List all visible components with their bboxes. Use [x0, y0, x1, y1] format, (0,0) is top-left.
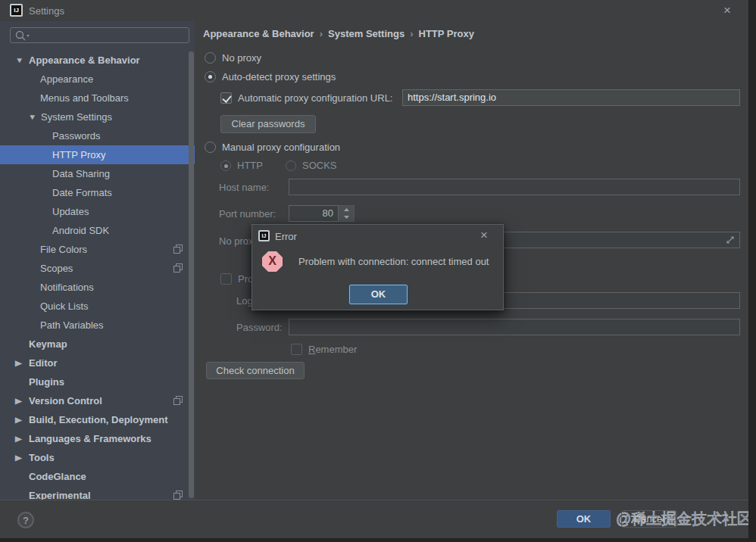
remember-label: Remember — [308, 344, 357, 355]
sidebar-item-notifications[interactable]: Notifications — [0, 278, 195, 297]
port-number-label: Port number: — [219, 208, 276, 220]
breadcrumb-http-proxy: HTTP Proxy — [419, 28, 474, 39]
password-label: Password: — [236, 322, 283, 333]
sidebar-item-tools[interactable]: ▶Tools — [0, 448, 195, 467]
manual-proxy-radio[interactable] — [205, 142, 216, 153]
no-proxy-label: No proxy — [222, 52, 261, 64]
error-message: Problem with connection: connect timed o… — [298, 256, 489, 267]
sidebar-item-editor[interactable]: ▶Editor — [0, 354, 195, 372]
sidebar-item-path-variables[interactable]: Path Variables — [0, 316, 195, 335]
sidebar-item-file-colors[interactable]: File Colors — [0, 240, 195, 259]
copy-icon — [173, 396, 183, 405]
title-bar: IJ Settings × — [0, 0, 748, 21]
sidebar-item-codeglance[interactable]: CodeGlance — [0, 467, 195, 486]
no-proxy-radio[interactable] — [205, 52, 216, 64]
socks-label: SOCKS — [302, 160, 337, 171]
sidebar-item-version-control[interactable]: ▶Version Control — [0, 391, 195, 410]
manual-proxy-option[interactable]: Manual proxy configuration — [205, 141, 340, 153]
error-ok-button[interactable]: OK — [349, 285, 408, 304]
no-proxy-option[interactable]: No proxy — [205, 51, 261, 64]
error-icon: X — [262, 251, 283, 272]
stepper-down-icon[interactable] — [343, 214, 350, 220]
check-connection-button[interactable]: Check connection — [206, 362, 305, 379]
error-dialog: IJ Error × X Problem with connection: co… — [251, 224, 504, 310]
host-name-label: Host name: — [219, 182, 269, 193]
auto-url-option[interactable]: Automatic proxy configuration URL: — [220, 92, 392, 104]
breadcrumb-appearance-behavior[interactable]: Appearance & Behavior — [203, 28, 314, 39]
window-title: Settings — [29, 5, 64, 17]
sidebar-item-appearance[interactable]: Appearance — [0, 70, 195, 89]
copy-icon — [173, 245, 183, 254]
auto-url-field[interactable]: https://start.spring.io — [402, 89, 740, 106]
breadcrumb-separator: › — [405, 28, 418, 39]
search-icon — [15, 30, 32, 42]
copy-icon — [173, 491, 183, 500]
sidebar-item-build-execution-deployment[interactable]: ▶Build, Execution, Deployment — [0, 410, 195, 429]
breadcrumb-separator: › — [314, 28, 328, 39]
settings-window: IJ Settings × ▼Appearance & Behavior App… — [0, 0, 748, 538]
sidebar-item-menus-toolbars[interactable]: Menus and Toolbars — [0, 89, 195, 107]
sidebar-item-plugins[interactable]: Plugins — [0, 372, 195, 391]
help-button[interactable]: ? — [17, 512, 34, 528]
clear-passwords-button[interactable]: Clear passwords — [220, 115, 316, 133]
sidebar-item-date-formats[interactable]: Date Formats — [0, 183, 195, 202]
password-field[interactable] — [289, 319, 740, 335]
collapse-icon[interactable]: ▼ — [28, 107, 36, 126]
port-number-field[interactable]: 80 — [289, 205, 339, 222]
http-radio[interactable] — [220, 160, 231, 171]
socks-radio[interactable] — [286, 160, 296, 171]
expand-icon[interactable]: ▶ — [15, 429, 22, 448]
proxy-auth-checkbox[interactable] — [220, 273, 232, 285]
http-label: HTTP — [237, 160, 263, 171]
error-dialog-title: Error — [275, 231, 297, 242]
sidebar-item-system-settings[interactable]: ▼System Settings — [0, 107, 195, 126]
breadcrumb-system-settings[interactable]: System Settings — [328, 28, 405, 39]
sidebar-item-updates[interactable]: Updates — [0, 202, 195, 221]
remember-checkbox[interactable] — [291, 344, 302, 355]
auto-detect-option[interactable]: Auto-detect proxy settings — [205, 70, 336, 83]
sidebar-item-http-proxy[interactable]: HTTP Proxy — [0, 145, 195, 164]
auto-url-checkbox[interactable] — [220, 92, 232, 104]
intellij-logo-icon: IJ — [258, 230, 270, 241]
sidebar-item-scopes[interactable]: Scopes — [0, 259, 195, 278]
collapse-icon[interactable]: ▼ — [15, 51, 23, 70]
footer-separator — [0, 500, 748, 500]
http-option[interactable]: HTTP — [220, 160, 263, 171]
copy-icon — [173, 263, 183, 273]
remember-option[interactable]: Remember — [291, 344, 357, 355]
window-close-icon[interactable]: × — [723, 4, 731, 17]
expand-field-icon[interactable] — [726, 235, 735, 245]
sidebar-item-appearance-behavior[interactable]: ▼Appearance & Behavior — [0, 51, 195, 70]
breadcrumb: Appearance & Behavior › System Settings … — [203, 27, 474, 40]
auto-url-label: Automatic proxy configuration URL: — [238, 92, 392, 104]
expand-icon[interactable]: ▶ — [15, 391, 22, 410]
manual-proxy-label: Manual proxy configuration — [222, 142, 340, 153]
sidebar-item-languages-frameworks[interactable]: ▶Languages & Frameworks — [0, 429, 195, 448]
auto-detect-radio[interactable] — [205, 71, 216, 83]
stepper-up-icon[interactable] — [343, 207, 350, 213]
socks-option[interactable]: SOCKS — [286, 160, 337, 171]
host-name-field[interactable] — [289, 179, 740, 195]
sidebar-item-experimental[interactable]: Experimental — [0, 486, 195, 500]
settings-sidebar: ▼Appearance & Behavior Appearance Menus … — [0, 21, 195, 500]
sidebar-item-passwords[interactable]: Passwords — [0, 126, 195, 145]
error-dialog-close-icon[interactable]: × — [480, 229, 488, 241]
auto-detect-label: Auto-detect proxy settings — [222, 71, 336, 83]
intellij-logo-icon: IJ — [10, 4, 23, 17]
expand-icon[interactable]: ▶ — [15, 354, 22, 372]
sidebar-item-android-sdk[interactable]: Android SDK — [0, 221, 195, 240]
sidebar-scrollbar[interactable] — [189, 51, 194, 498]
sidebar-item-data-sharing[interactable]: Data Sharing — [0, 164, 195, 183]
expand-icon[interactable]: ▶ — [15, 410, 22, 429]
sidebar-item-keymap[interactable]: Keymap — [0, 335, 195, 354]
cancel-button[interactable]: Cancel — [621, 510, 677, 528]
sidebar-item-quick-lists[interactable]: Quick Lists — [0, 297, 195, 316]
search-input[interactable] — [10, 27, 189, 43]
port-stepper[interactable] — [339, 205, 355, 222]
ok-button[interactable]: OK — [557, 510, 611, 528]
expand-icon[interactable]: ▶ — [15, 448, 22, 467]
